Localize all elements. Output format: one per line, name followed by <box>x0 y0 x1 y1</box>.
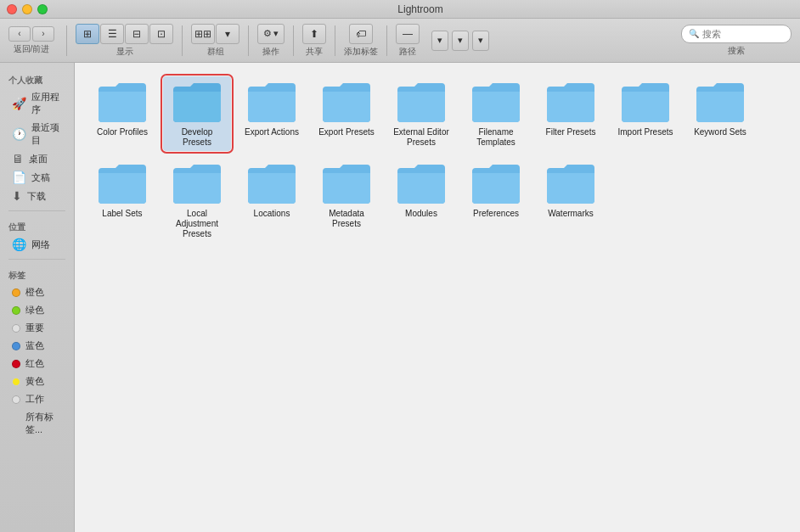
sidebar-item-desktop[interactable]: 🖥 桌面 <box>3 149 70 168</box>
orange-tag-dot <box>12 288 20 297</box>
sidebar-item-network-label: 网络 <box>31 238 50 251</box>
folder-label-export-actions: Export Actions <box>245 127 299 137</box>
folder-icon-watermarks <box>545 161 596 205</box>
folder-label-watermarks: Watermarks <box>548 209 594 219</box>
action-icon: ⚙ <box>263 28 272 39</box>
view-group: ⊞ ☰ ⊟ ⊡ 显示 <box>76 24 173 58</box>
add-tag-label: 添加标签 <box>344 46 378 58</box>
folder-export-presets[interactable]: Export Presets <box>313 76 380 151</box>
all-tags-label: 所有标签... <box>12 411 62 436</box>
main-layout: 个人收藏 🚀 应用程序 🕐 最近项目 🖥 桌面 📄 文稿 ⬇ 下载 位置 🌐 网… <box>0 63 800 532</box>
folder-locations[interactable]: Locations <box>238 158 306 243</box>
sort-dropdown-3[interactable]: ▾ <box>472 31 489 51</box>
view-columns-btn[interactable]: ⊟ <box>125 24 149 44</box>
group-dropdown[interactable]: ▾ <box>216 24 239 44</box>
search-icon: 🔍 <box>689 29 699 38</box>
search-label: 搜索 <box>728 45 745 57</box>
view-list-btn[interactable]: ☰ <box>100 24 124 44</box>
sidebar-item-tag-yellow[interactable]: 黄色 <box>3 372 70 390</box>
sep-6 <box>386 25 387 56</box>
sidebar-item-apps[interactable]: 🚀 应用程序 <box>3 88 70 119</box>
folder-label-color-profiles: Color Profiles <box>97 127 148 137</box>
tag-green-label: 绿色 <box>25 304 44 316</box>
folder-filename-templates[interactable]: Filename Templates <box>462 76 530 151</box>
blue-tag-dot <box>12 342 20 350</box>
sort-dropdown-1[interactable]: ▾ <box>431 31 448 51</box>
sidebar-item-tag-blue[interactable]: 蓝色 <box>3 337 70 355</box>
folder-icon-keyword-sets <box>695 80 746 124</box>
sort-dropdowns: ▾ ▾ ▾ <box>431 31 489 51</box>
folder-external-editor-presets[interactable]: External Editor Presets <box>387 76 455 151</box>
tag-blue-label: 蓝色 <box>25 339 44 352</box>
share-label: 共享 <box>306 46 323 58</box>
sidebar-item-tag-orange[interactable]: 橙色 <box>3 283 70 301</box>
traffic-lights <box>7 4 48 14</box>
folder-icon-develop-presets <box>172 80 223 124</box>
sidebar-item-docs-label: 文稿 <box>31 171 50 184</box>
sep-2 <box>182 25 183 56</box>
folder-label-sets[interactable]: Label Sets <box>88 158 156 243</box>
share-btn[interactable]: ⬆ <box>302 24 326 44</box>
sidebar-item-network[interactable]: 🌐 网络 <box>3 235 70 254</box>
view-icon-btn[interactable]: ⊞ <box>76 24 99 44</box>
tag-orange-label: 橙色 <box>25 286 44 299</box>
group-btn[interactable]: ⊞⊞ <box>191 24 215 44</box>
action-dropdown[interactable]: ⚙ ▾ <box>257 24 285 44</box>
folder-icon-local-adjustment-presets <box>172 161 223 205</box>
folder-label-label-sets: Label Sets <box>102 209 142 219</box>
sidebar-item-downloads[interactable]: ⬇ 下载 <box>3 187 70 205</box>
folder-filter-presets[interactable]: Filter Presets <box>537 76 605 151</box>
back-button[interactable]: ‹ <box>8 26 31 42</box>
tag-important-label: 重要 <box>25 322 44 334</box>
group-label: 群组 <box>207 46 224 58</box>
group-btns: ⊞⊞ ▾ <box>191 24 239 44</box>
search-input[interactable] <box>702 29 784 39</box>
search-area: 🔍 搜索 <box>681 25 792 57</box>
apps-icon: 🚀 <box>12 97 26 110</box>
folder-icon-export-actions <box>246 80 297 124</box>
minimize-button[interactable] <box>22 4 32 14</box>
share-group: ⬆ 共享 <box>302 24 326 58</box>
folder-watermarks[interactable]: Watermarks <box>537 158 605 243</box>
folder-label-develop-presets: Develop Presets <box>166 127 228 148</box>
maximize-button[interactable] <box>37 4 48 14</box>
sep-5 <box>335 25 335 56</box>
folder-import-presets[interactable]: Import Presets <box>611 76 679 151</box>
path-btn[interactable]: — <box>396 24 420 44</box>
folder-icon-external-editor-presets <box>396 80 447 124</box>
folder-label-keyword-sets: Keyword Sets <box>694 127 746 137</box>
green-tag-dot <box>12 306 20 315</box>
sidebar-item-recents[interactable]: 🕐 最近项目 <box>3 119 70 149</box>
sidebar-item-tag-work[interactable]: 工作 <box>3 390 70 408</box>
nav-arrows: ‹ › <box>8 26 54 42</box>
tag-red-label: 红色 <box>25 357 44 370</box>
network-icon: 🌐 <box>12 238 26 251</box>
folder-label-export-presets: Export Presets <box>318 127 375 137</box>
sidebar-item-all-tags[interactable]: 所有标签... <box>3 408 70 439</box>
folder-develop-presets[interactable]: Develop Presets <box>163 76 231 151</box>
folder-modules[interactable]: Modules <box>387 158 455 243</box>
add-tag-btn[interactable]: 🏷 <box>349 24 373 44</box>
search-box[interactable]: 🔍 <box>681 25 792 43</box>
folder-keyword-sets[interactable]: Keyword Sets <box>686 76 754 151</box>
folder-preferences[interactable]: Preferences <box>462 158 530 243</box>
folder-metadata-presets[interactable]: Metadata Presets <box>313 158 380 243</box>
work-tag-dot <box>12 395 20 404</box>
folder-color-profiles[interactable]: Color Profiles <box>88 76 156 151</box>
view-gallery-btn[interactable]: ⊡ <box>149 24 173 44</box>
group-group: ⊞⊞ ▾ 群组 <box>191 24 239 58</box>
sidebar-item-desktop-label: 桌面 <box>29 153 48 165</box>
forward-button[interactable]: › <box>32 26 54 42</box>
folder-local-adjustment-presets[interactable]: Local Adjustment Presets <box>163 158 231 243</box>
sidebar-item-docs[interactable]: 📄 文稿 <box>3 168 70 187</box>
yellow-tag-dot <box>12 378 20 386</box>
close-button[interactable] <box>7 4 17 14</box>
sidebar-item-tag-green[interactable]: 绿色 <box>3 301 70 319</box>
folder-icon-export-presets <box>321 80 372 124</box>
sidebar-item-tag-red[interactable]: 红色 <box>3 355 70 372</box>
sidebar-item-tag-important[interactable]: 重要 <box>3 319 70 337</box>
sort-dropdown-2[interactable]: ▾ <box>452 31 469 51</box>
folder-label-import-presets: Import Presets <box>617 127 673 137</box>
folder-export-actions[interactable]: Export Actions <box>238 76 306 151</box>
desktop-icon: 🖥 <box>12 152 24 165</box>
